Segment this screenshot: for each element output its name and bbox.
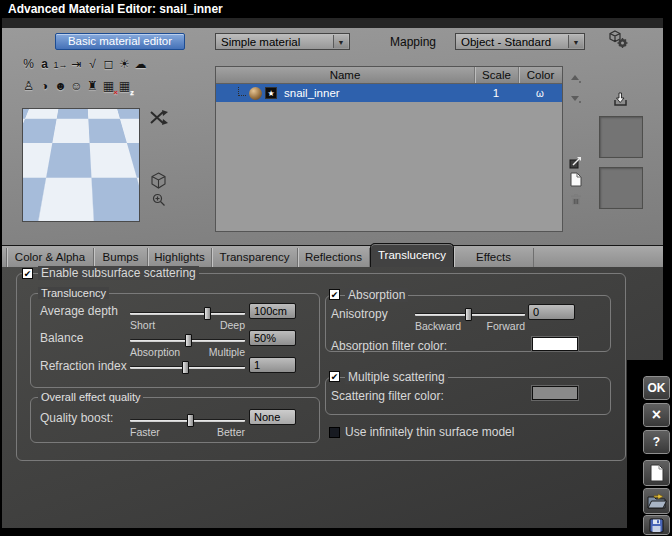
balance-value[interactable]: 50% — [249, 330, 296, 346]
tab-highlights[interactable]: Highlights — [148, 248, 212, 267]
refraction-index-value[interactable]: 1 — [249, 357, 296, 373]
new-material-button[interactable] — [643, 460, 670, 486]
material-color-icon[interactable]: ω — [518, 88, 562, 99]
material-scale: 1 — [474, 87, 518, 99]
film-z-icon[interactable]: ▦z — [117, 79, 132, 95]
delete-layer-icon[interactable] — [570, 192, 583, 205]
mapping-value: Object - Standard — [461, 36, 551, 48]
ok-button[interactable]: OK — [643, 376, 670, 400]
tab-transparency[interactable]: Transparency — [212, 248, 298, 267]
toolbar-row-1: % a 1→ ⇥ √ ◻ ☀ ☁ — [21, 57, 148, 73]
preview-sphere — [36, 118, 124, 206]
eclipse-icon[interactable]: ◑ — [37, 79, 52, 95]
help-button[interactable]: ? — [643, 430, 670, 454]
move-layer-up-icon[interactable] — [570, 70, 583, 83]
average-depth-label: Average depth — [40, 304, 118, 318]
balance-label: Balance — [40, 331, 83, 345]
tab-effects[interactable]: Effects — [454, 248, 534, 267]
preview-size-selector[interactable]: 10m ▾ — [28, 111, 56, 123]
percent-icon[interactable]: % — [21, 57, 36, 73]
tab-translucency[interactable]: Translucency — [370, 243, 454, 267]
quality-boost-value[interactable]: None — [249, 409, 296, 425]
tab-bumps[interactable]: Bumps — [94, 248, 148, 267]
thin-surface-checkbox[interactable] — [329, 427, 340, 438]
absorption-checkbox[interactable] — [329, 289, 340, 300]
aux-swatch-slot-2[interactable] — [599, 167, 643, 209]
average-depth-value[interactable]: 100cm — [249, 303, 296, 319]
absorption-filter-color-swatch[interactable] — [532, 337, 578, 351]
material-name: snail_inner — [284, 87, 474, 99]
window-title: Advanced Material Editor: snail_inner — [8, 2, 223, 16]
film-delete-icon[interactable]: ▦× — [101, 79, 116, 95]
bust-icon[interactable]: ☻ — [53, 79, 68, 95]
thin-surface-label: Use infinitely thin surface model — [345, 425, 514, 439]
material-preview[interactable]: 10m ▾ — [22, 108, 140, 222]
zoom-plus-icon[interactable] — [152, 193, 166, 211]
multiple-scattering-group-title: Multiple scattering — [345, 370, 448, 384]
chevron-down-icon[interactable]: ▼ — [568, 35, 583, 48]
translucency-group-title: Translucency — [38, 287, 109, 299]
aux-swatch-slot-1[interactable] — [599, 116, 643, 158]
absorption-filter-color-label: Absorption filter color: — [331, 339, 447, 353]
stamp-icon[interactable]: ♜ — [85, 79, 100, 95]
name-column-header: Name — [216, 67, 474, 83]
refraction-index-slider[interactable] — [130, 361, 245, 374]
duplicate-layer-icon[interactable] — [570, 172, 583, 185]
quality-boost-max-label: Better — [130, 426, 245, 438]
list-header: Name Scale Color — [216, 67, 562, 84]
slider-thumb[interactable] — [182, 361, 189, 374]
cloud-icon[interactable]: ☁ — [133, 57, 148, 73]
refraction-index-label: Refraction index — [40, 359, 127, 373]
enable-sss-label: Enable subsurface scattering — [38, 266, 199, 280]
save-floppy-icon — [649, 518, 664, 533]
material-star-icon: ★ — [265, 87, 277, 99]
tab-color-alpha[interactable]: Color & Alpha — [6, 248, 94, 267]
bust-outline-icon[interactable]: ☺ — [69, 79, 84, 95]
advanced-material-editor-window: Advanced Material Editor: snail_inner Ba… — [0, 0, 672, 536]
cube-gear-icon[interactable] — [608, 30, 630, 53]
mapping-label: Mapping — [390, 35, 436, 49]
sun-icon[interactable]: ☀ — [117, 57, 132, 73]
tab-stop-icon[interactable]: ⇥ — [69, 57, 84, 73]
material-type-value: Simple material — [221, 36, 300, 48]
balance-max-label: Multiple — [130, 346, 245, 358]
scattering-filter-color-label: Scattering filter color: — [331, 389, 444, 403]
move-layer-down-icon[interactable] — [570, 90, 583, 103]
open-folder-icon — [647, 493, 667, 509]
anisotropy-value[interactable]: 0 — [528, 304, 575, 320]
quality-group-title: Overall effect quality — [38, 391, 143, 403]
color-column-header: Color — [518, 67, 562, 83]
slider-track — [130, 312, 245, 315]
load-material-icon[interactable] — [612, 92, 629, 111]
scale-column-header: Scale — [474, 67, 518, 83]
basic-material-editor-button[interactable]: Basic material editor — [55, 33, 185, 50]
material-row-selected[interactable]: ★ snail_inner 1 ω — [216, 84, 562, 102]
anisotropy-label: Anisotropy — [331, 307, 388, 321]
export-layer-icon[interactable] — [569, 155, 582, 168]
multiple-scattering-checkbox[interactable] — [329, 371, 340, 382]
scattering-filter-color-swatch[interactable] — [532, 386, 578, 400]
chrome-strip — [2, 18, 663, 28]
square-icon[interactable]: ◻ — [101, 57, 116, 73]
text-icon[interactable]: a — [37, 57, 52, 73]
figure-icon[interactable]: ♙ — [21, 79, 36, 95]
check-icon[interactable]: √ — [85, 57, 100, 73]
tab-reflections[interactable]: Reflections — [298, 248, 370, 267]
preview-object-cube-icon[interactable] — [150, 172, 167, 194]
cancel-button[interactable]: × — [643, 403, 670, 427]
load-material-button[interactable] — [643, 488, 670, 514]
average-depth-max-label: Deep — [130, 319, 245, 331]
randomize-icon[interactable] — [149, 110, 169, 131]
absorption-group-title: Absorption — [345, 288, 408, 302]
toolbar-row-2: ♙ ◑ ☻ ☺ ♜ ▦× ▦z — [21, 79, 132, 95]
chevron-down-icon[interactable]: ▼ — [333, 35, 348, 48]
arrow-once-icon[interactable]: 1→ — [53, 57, 68, 73]
tree-branch — [238, 87, 246, 96]
material-type-dropdown[interactable]: Simple material ▼ — [215, 33, 350, 50]
material-layer-list: Name Scale Color ★ snail_inner 1 ω — [215, 66, 563, 232]
save-material-button[interactable] — [643, 515, 670, 535]
enable-sss-checkbox[interactable] — [22, 268, 33, 279]
anisotropy-max-label: Forward — [415, 320, 525, 332]
material-thumbnail-icon — [249, 87, 262, 100]
mapping-dropdown[interactable]: Object - Standard ▼ — [455, 33, 585, 50]
